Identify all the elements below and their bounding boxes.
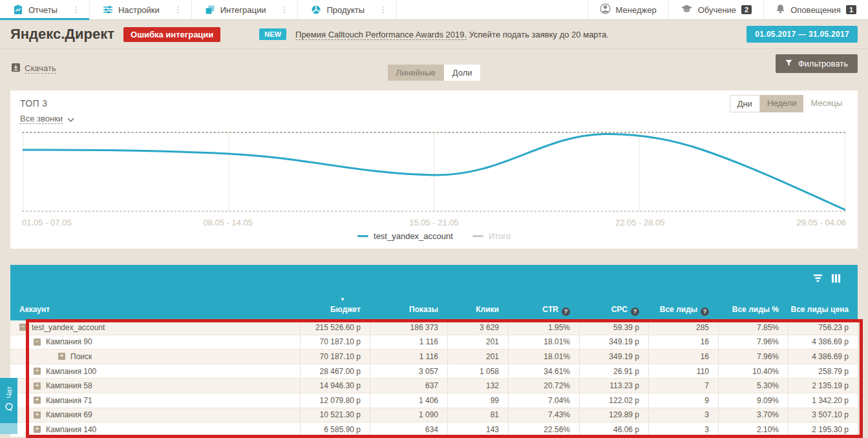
metric-cell: 20.72% xyxy=(508,379,579,393)
kebab-menu-icon[interactable]: ⋮ xyxy=(275,6,293,13)
account-name[interactable]: Кампания 140 xyxy=(46,425,96,434)
x-axis-label: 22.05 - 28.05 xyxy=(615,218,665,227)
column-header[interactable]: CPC? xyxy=(579,305,648,316)
column-header[interactable]: Все лиды? xyxy=(648,305,718,316)
metric-cell: 16 xyxy=(648,349,718,364)
account-name[interactable]: Кампания 69 xyxy=(46,410,92,419)
metric-cell: 59.39 р xyxy=(579,320,648,335)
filter-button[interactable]: Фильтровать xyxy=(776,54,858,73)
chat-tab[interactable]: Чат xyxy=(0,378,17,423)
nav-tab-settings[interactable]: Настройки ⋮ xyxy=(90,0,192,19)
metric-cell: 1 116 xyxy=(370,349,447,364)
collapse-icon[interactable]: − xyxy=(19,324,26,331)
column-header[interactable]: Все лиды цена xyxy=(788,305,858,316)
download-link[interactable]: Скачать xyxy=(12,63,56,74)
metric-cell: 201 xyxy=(447,335,508,349)
account-name[interactable]: Кампания 90 xyxy=(46,337,92,346)
filter-label: Фильтровать xyxy=(798,59,848,68)
x-axis-label: 08.05 - 14.05 xyxy=(203,218,253,227)
nav-tab-products[interactable]: Продукты ⋮ xyxy=(298,0,397,19)
account-name[interactable]: test_yandex_account xyxy=(32,323,105,332)
page-title: Яндекс.Директ xyxy=(10,26,114,43)
metric-cell: 6 585.90 р xyxy=(300,422,370,437)
expand-icon[interactable]: + xyxy=(34,368,41,375)
column-header-label: Бюджет xyxy=(330,305,361,314)
metric-cell: 132 xyxy=(447,379,508,393)
column-header-label: Все лиды цена xyxy=(790,305,849,314)
expand-icon[interactable]: + xyxy=(58,353,65,360)
expand-icon[interactable]: + xyxy=(34,397,41,404)
page-header: Яндекс.Директ Ошибка интеграции NEW Прем… xyxy=(0,20,868,49)
column-header[interactable]: Показы xyxy=(370,305,447,316)
column-header[interactable]: Все лиды % xyxy=(718,305,788,316)
nav-item-manager[interactable]: Менеджер xyxy=(587,0,668,19)
metric-cell: 4 386.69 р xyxy=(788,349,858,364)
chat-bubble-icon xyxy=(5,402,14,415)
top-nav: Отчеты ⋮ Настройки ⋮ Интеграции ⋮ Продук… xyxy=(0,0,868,20)
help-icon[interactable]: ? xyxy=(701,308,709,316)
metric-cell: 7 xyxy=(648,379,718,393)
collapse-icon[interactable]: − xyxy=(34,339,41,346)
new-badge: NEW xyxy=(259,28,286,40)
settings-sliders-icon xyxy=(103,5,113,15)
metric-cell: 9.09% xyxy=(718,393,788,408)
nav-item-education[interactable]: Обучение 2 xyxy=(668,0,764,19)
metric-cell: 2 135.19 р xyxy=(788,379,858,393)
account-name[interactable]: Кампания 58 xyxy=(46,381,92,390)
kebab-menu-icon[interactable]: ⋮ xyxy=(374,6,392,13)
kebab-menu-icon[interactable]: ⋮ xyxy=(169,6,187,13)
column-header[interactable]: Клики xyxy=(447,305,508,316)
column-header[interactable]: ▼Бюджет xyxy=(300,305,370,316)
expand-icon[interactable]: + xyxy=(34,382,41,390)
metric-cell: 1 342.20 р xyxy=(788,393,858,408)
metric-cell: 46.06 р xyxy=(579,422,648,437)
column-header[interactable]: Аккаунт xyxy=(10,305,300,316)
promo-text: Премия Calltouch Performance Awards 2019… xyxy=(295,30,609,39)
nav-left: Отчеты ⋮ Настройки ⋮ Интеграции ⋮ Продук… xyxy=(0,0,397,19)
table-row: +Кампания 6910 521.30 р1 090817.43%129.8… xyxy=(10,408,858,423)
account-name[interactable]: Кампания 71 xyxy=(46,396,92,405)
nav-tab-reports[interactable]: Отчеты ⋮ xyxy=(0,0,90,19)
period-days[interactable]: Дни xyxy=(730,95,760,112)
date-range-button[interactable]: 01.05.2017 — 31.05.2017 xyxy=(746,26,858,43)
metric-cell: 7.85% xyxy=(718,320,788,335)
nav-tab-integrations[interactable]: Интеграции ⋮ xyxy=(192,0,299,19)
manager-person-icon xyxy=(600,3,611,16)
help-icon[interactable]: ? xyxy=(631,308,639,316)
metric-selector[interactable]: Все звонки xyxy=(20,114,74,124)
metric-cell: 5.30% xyxy=(718,379,788,393)
chart-legend: test_yandex_accountИтого xyxy=(10,231,858,241)
education-cap-icon xyxy=(681,4,693,16)
metric-cell: 3 xyxy=(648,408,718,422)
expand-icon[interactable]: + xyxy=(34,426,41,433)
nav-item-alerts[interactable]: Оповещения 1 xyxy=(763,0,868,19)
view-toggle-share[interactable]: Доли xyxy=(444,65,481,81)
account-name[interactable]: Поиск xyxy=(70,352,92,361)
chevron-down-icon xyxy=(67,114,74,124)
view-toggle-linear[interactable]: Линейные xyxy=(388,65,444,81)
metric-cell: 18.01% xyxy=(508,349,579,364)
kebab-menu-icon[interactable]: ⋮ xyxy=(67,6,85,13)
legend-item[interactable]: Итого xyxy=(472,231,511,241)
account-name[interactable]: Кампания 100 xyxy=(46,367,96,376)
help-icon[interactable]: ? xyxy=(562,308,570,316)
metric-cell: 26.91 р xyxy=(579,364,648,379)
metric-cell: 12 079.80 р xyxy=(300,393,370,408)
legend-item[interactable]: test_yandex_account xyxy=(357,231,453,241)
column-header[interactable]: CTR? xyxy=(508,305,579,316)
metric-cell: 349.19 р xyxy=(579,349,648,364)
metric-cell: 99 xyxy=(447,393,508,408)
metric-cell: 258.79 р xyxy=(788,364,858,379)
metric-cell: 113.23 р xyxy=(579,379,648,393)
period-weeks[interactable]: Недели xyxy=(760,95,804,112)
table-columns-icon[interactable] xyxy=(831,274,841,283)
expand-icon[interactable]: + xyxy=(34,412,41,419)
account-cell: +Кампания 71 xyxy=(10,393,300,408)
metric-cell: 16 xyxy=(648,335,718,349)
metric-cell: 2 195.30 р xyxy=(788,422,858,437)
period-months[interactable]: Месяцы xyxy=(803,95,849,112)
promo-link[interactable]: Премия Calltouch Performance Awards 2019… xyxy=(295,30,467,40)
table-filter-lines-icon[interactable] xyxy=(813,274,823,283)
alerts-count-badge: 1 xyxy=(846,5,856,14)
account-cell: −test_yandex_account xyxy=(10,320,300,335)
